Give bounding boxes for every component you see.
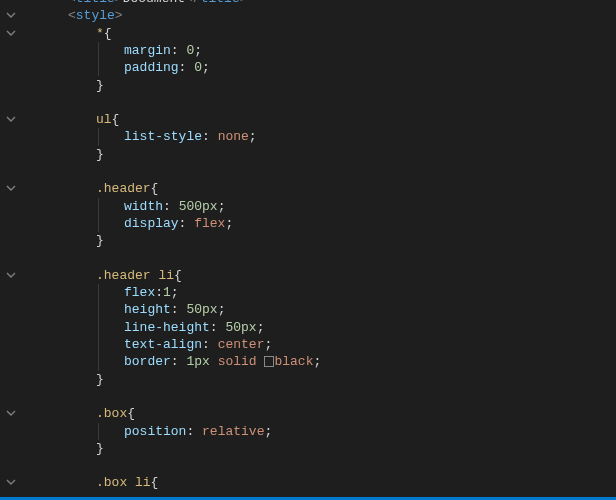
token-val: solid: [218, 354, 257, 369]
code-line[interactable]: border: 1px solid black;: [26, 353, 616, 370]
fold-chevron-icon[interactable]: [4, 182, 18, 196]
token-tag: >: [240, 0, 248, 6]
token-punct: ;: [313, 354, 321, 369]
code-line[interactable]: line-height: 50px;: [26, 319, 616, 336]
code-line[interactable]: [26, 163, 616, 180]
code-line[interactable]: }: [26, 232, 616, 249]
code-line[interactable]: flex:1;: [26, 284, 616, 301]
token-num: 50px: [186, 302, 217, 317]
indent-guide: [98, 423, 99, 440]
code-line[interactable]: .header li{: [26, 267, 616, 284]
code-line[interactable]: display: flex;: [26, 215, 616, 232]
token-punct: :: [171, 354, 187, 369]
token-brace: {: [127, 406, 135, 421]
code-line[interactable]: [26, 94, 616, 111]
token-tagname: style: [76, 8, 115, 23]
token-prop: flex: [124, 285, 155, 300]
fold-chevron-icon[interactable]: [4, 407, 18, 421]
token-punct: ;: [218, 302, 226, 317]
code-line[interactable]: .box{: [26, 405, 616, 422]
token-prop: position: [124, 424, 186, 439]
indent-guide: [98, 59, 99, 76]
code-line[interactable]: position: relative;: [26, 423, 616, 440]
token-punct: ;: [264, 337, 272, 352]
indent-guide: [98, 215, 99, 232]
code-editor[interactable]: <title>Document</title><style>*{margin: …: [0, 0, 616, 500]
token-tag: >: [115, 0, 123, 6]
code-line[interactable]: [26, 388, 616, 405]
code-line[interactable]: text-align: center;: [26, 336, 616, 353]
indent-guide: [98, 42, 99, 59]
code-line[interactable]: margin: 0;: [26, 42, 616, 59]
fold-chevron-icon[interactable]: [4, 269, 18, 283]
token-brace: }: [96, 147, 104, 162]
code-line[interactable]: <title>Document</title>: [26, 0, 616, 7]
fold-chevron-icon[interactable]: [4, 9, 18, 23]
fold-chevron-icon[interactable]: [4, 113, 18, 127]
token-punct: :: [179, 216, 195, 231]
code-line[interactable]: }: [26, 146, 616, 163]
token-sel: ul: [96, 112, 112, 127]
token-punct: ;: [202, 60, 210, 75]
token-text: Document: [123, 0, 185, 6]
code-line[interactable]: }: [26, 440, 616, 457]
code-line[interactable]: .header{: [26, 180, 616, 197]
token-val: none: [218, 129, 249, 144]
token-punct: :: [202, 337, 218, 352]
token-punct: ;: [225, 216, 233, 231]
token-prop: padding: [124, 60, 179, 75]
code-line[interactable]: [26, 250, 616, 267]
indent-guide: [98, 353, 99, 370]
token-tag: <: [68, 0, 76, 6]
code-line[interactable]: list-style: none;: [26, 128, 616, 145]
token-num: 1: [163, 285, 171, 300]
code-line[interactable]: }: [26, 77, 616, 94]
token-punct: :: [186, 424, 202, 439]
fold-chevron-icon[interactable]: [4, 27, 18, 41]
token-prop: line-height: [124, 320, 210, 335]
indent-guide: [98, 336, 99, 353]
code-content[interactable]: <title>Document</title><style>*{margin: …: [26, 0, 616, 497]
token-brace: {: [174, 268, 182, 283]
token-brace: }: [96, 441, 104, 456]
token-punct: [257, 354, 265, 369]
code-line[interactable]: <style>: [26, 7, 616, 24]
fold-chevron-icon[interactable]: [4, 476, 18, 490]
token-tag: </: [185, 0, 201, 6]
code-line[interactable]: .box li{: [26, 474, 616, 491]
code-line[interactable]: padding: 0;: [26, 59, 616, 76]
token-punct: :: [179, 60, 195, 75]
token-num: 500px: [179, 199, 218, 214]
token-prop: border: [124, 354, 171, 369]
token-punct: :: [155, 285, 163, 300]
token-sel: .box li: [96, 475, 151, 490]
code-line[interactable]: *{: [26, 25, 616, 42]
token-prop: height: [124, 302, 171, 317]
token-miss: [264, 356, 274, 367]
token-sel: .box: [96, 406, 127, 421]
token-brace: }: [96, 233, 104, 248]
code-line[interactable]: [26, 457, 616, 474]
token-prop: list-style: [124, 129, 202, 144]
token-prop: text-align: [124, 337, 202, 352]
token-punct: :: [202, 129, 218, 144]
token-punct: :: [163, 199, 179, 214]
token-num: 1px: [186, 354, 209, 369]
token-tag: >: [115, 8, 123, 23]
token-brace: }: [96, 78, 104, 93]
code-line[interactable]: width: 500px;: [26, 198, 616, 215]
token-brace: {: [112, 112, 120, 127]
token-num: 50px: [225, 320, 256, 335]
code-line[interactable]: }: [26, 371, 616, 388]
indent-guide: [98, 284, 99, 301]
token-punct: :: [171, 302, 187, 317]
token-num: 0: [194, 60, 202, 75]
indent-guide: [98, 198, 99, 215]
fold-gutter: [0, 0, 22, 500]
code-line[interactable]: ul{: [26, 111, 616, 128]
indent-guide: [98, 319, 99, 336]
token-sel: .header: [96, 181, 151, 196]
code-line[interactable]: height: 50px;: [26, 301, 616, 318]
token-val: relative: [202, 424, 264, 439]
token-punct: ;: [171, 285, 179, 300]
